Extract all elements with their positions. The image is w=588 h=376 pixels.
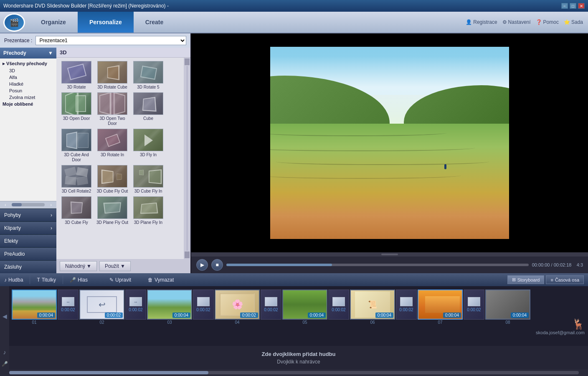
item-duration: 0:00:02 xyxy=(240,312,258,318)
transition-label: 3D Open Two Door xyxy=(96,116,129,126)
storyboard-item-8[interactable]: 0:00:04 08 xyxy=(485,290,530,343)
transition-item-3d-cell-rotate2[interactable]: 3D Cell Rotate2 xyxy=(60,165,93,194)
transitions-footer: Náhodný ▼ Použít ▼ xyxy=(56,259,190,273)
storyboard-item-1[interactable]: 0:00:04 01 xyxy=(12,290,57,343)
transition-item-3d-open-two-door[interactable]: 3D Open Two Door xyxy=(96,92,129,126)
register-button[interactable]: 👤 Registrace xyxy=(466,19,497,25)
tab-create[interactable]: Create xyxy=(134,12,175,33)
transition-item-3d-rotate-in[interactable]: 3D Rotate In xyxy=(96,129,129,163)
scrollbar-track[interactable] xyxy=(9,371,579,374)
storyboard-item-6[interactable]: 📜 0:00:04 06 xyxy=(350,290,395,343)
music-button[interactable]: ♪ Hudba xyxy=(4,277,23,283)
cat-item-zvolna[interactable]: Zvolna mizet xyxy=(0,94,56,101)
storyboard-item-3[interactable]: 0:00:04 03 xyxy=(147,290,192,343)
grid-icon: ⊞ xyxy=(512,277,516,282)
horizontal-scrollbar[interactable] xyxy=(0,369,588,376)
preview-video xyxy=(191,33,588,252)
transition-item-3d-rotate-cube[interactable]: 3D Rotate Cube xyxy=(96,61,129,90)
transition-item-3d-cube-fly-out[interactable]: 3D Cube Fly Out xyxy=(96,165,129,194)
top-navigation: 🎬 Organize Personalize Create 👤 Registra… xyxy=(0,12,588,33)
tab-personalize[interactable]: Personalize xyxy=(78,12,134,33)
app-logo: 🎬 xyxy=(3,13,25,32)
transitions-header[interactable]: Přechody ▼ xyxy=(0,48,56,58)
presentation-select[interactable]: Prezentace1 xyxy=(35,36,186,45)
maximize-button[interactable]: □ xyxy=(570,3,576,9)
storyboard-item-7[interactable]: 0:00:04 07 xyxy=(418,290,463,343)
settings-button[interactable]: ⚙ Nastavení xyxy=(502,19,531,25)
music-track-area: ♪ 🎤 Zde dvojklikem přidat hudbu Dvojklik… xyxy=(0,346,588,369)
collection-button[interactable]: ⭐ Sada xyxy=(564,19,583,25)
apply-button[interactable]: Použít ▼ xyxy=(99,261,131,271)
category-panel: Přechody ▼ ▸ Všechny přechody 3D Alfa Hl… xyxy=(0,48,56,273)
transition-item-3d-fly-in[interactable]: 3D Fly In xyxy=(132,129,165,163)
resize-handle[interactable] xyxy=(191,252,588,257)
time-display: 00:00:00 / 00:02:18 4:3 xyxy=(532,262,583,267)
voice-button[interactable]: 🎤 Hlas xyxy=(70,277,88,283)
preview-image xyxy=(248,47,532,239)
titles-button[interactable]: T Titulky xyxy=(37,277,56,283)
transitions-label: Přechody xyxy=(3,50,26,56)
cat-item-3d[interactable]: 3D xyxy=(0,67,56,74)
play-button[interactable]: ▶ xyxy=(196,259,208,271)
item-duration: 0:00:04 xyxy=(375,312,393,318)
transition-item-3d-rotate-5[interactable]: 3D Rotate 5 xyxy=(132,61,165,90)
close-button[interactable]: ✕ xyxy=(578,3,585,9)
storyboard-transition-4[interactable]: 0:00:02 xyxy=(261,290,281,320)
storyboard-transition-1[interactable]: ↔ 0:00:02 xyxy=(58,290,79,320)
apply-dropdown-icon: ▼ xyxy=(120,263,125,269)
storyboard-view-button[interactable]: ⊞ Storyboard xyxy=(507,275,545,284)
cat-item-favorites[interactable]: Moje oblíbené xyxy=(0,101,56,107)
kliparty-button[interactable]: Kliparty › xyxy=(0,221,56,234)
transitions-scrollbar[interactable] xyxy=(184,58,190,259)
transition-item-3d-open-door[interactable]: 3D Open Door xyxy=(60,92,93,126)
cat-item-all[interactable]: ▸ Všechny přechody xyxy=(0,60,56,67)
transition-label: 3D Cube Fly Out xyxy=(97,189,128,194)
transition-label: 3D Plane Fly Out xyxy=(96,220,128,225)
pohyby-button[interactable]: Pohyby › xyxy=(0,208,56,221)
item-duration: 0:00:04 xyxy=(443,312,461,318)
delete-button[interactable]: 🗑 Vymazat xyxy=(148,277,174,283)
timeline-area: ♪ Hudba T Titulky 🎤 Hlas ✎ Upravit 🗑 Vym… xyxy=(0,273,588,376)
cat-item-hladke[interactable]: Hladké xyxy=(0,81,56,87)
storyboard-item-4[interactable]: 🌸 0:00:02 04 xyxy=(215,290,260,343)
transition-item-3d-plane-fly-out[interactable]: 3D Plane Fly Out xyxy=(96,196,129,225)
transition-item-3d-cube-fly-in[interactable]: 3D Cube Fly In xyxy=(132,165,165,194)
random-button[interactable]: Náhodný ▼ xyxy=(60,261,97,271)
cat-next-button[interactable]: › xyxy=(46,201,56,208)
cat-prev-button[interactable]: ‹ xyxy=(0,201,11,208)
storyboard-transition-2[interactable]: ↔ 0:00:02 xyxy=(125,290,146,320)
music-icon: ♪ xyxy=(4,277,7,283)
storyboard-item-2[interactable]: ↩ 0:00:02 02 xyxy=(79,290,124,343)
storyboard-left-handle[interactable]: ◀ xyxy=(0,286,9,346)
transition-item-3d-rotate[interactable]: 3D Rotate xyxy=(60,61,93,90)
storyboard-transition-3[interactable]: 0:00:02 xyxy=(193,290,214,320)
storyboard-item-5[interactable]: 0:00:04 05 xyxy=(282,290,327,343)
cat-item-posun[interactable]: Posun xyxy=(0,87,56,94)
efekty-button[interactable]: Efekty xyxy=(0,234,56,247)
transition-item-3d-cube-fly[interactable]: 3D Cube Fly xyxy=(60,196,93,225)
minimize-button[interactable]: − xyxy=(561,3,568,9)
stop-button[interactable]: ■ xyxy=(211,259,223,271)
transition-item-cube[interactable]: Cube xyxy=(132,92,165,126)
side-menu: Přechody ▼ ▸ Všechny přechody 3D Alfa Hl… xyxy=(0,48,190,273)
preaudio-button[interactable]: PreAudio xyxy=(0,247,56,260)
category-tree: ▸ Všechny přechody 3D Alfa Hladké Posun … xyxy=(0,58,56,201)
item-number: 03 xyxy=(167,320,172,325)
transition-item-3d-cube-door[interactable]: 3D Cube And Door xyxy=(60,129,93,163)
tab-organize[interactable]: Organize xyxy=(29,12,78,33)
progress-bar[interactable] xyxy=(226,264,529,266)
kliparty-arrow-icon: › xyxy=(51,225,52,231)
item-duration: 0:00:04 xyxy=(172,312,190,318)
edit-button[interactable]: ✎ Upravit xyxy=(109,277,131,283)
music-track-content[interactable]: Zde dvojklikem přidat hudbu Dvojklik k n… xyxy=(9,346,588,369)
cat-item-alfa[interactable]: Alfa xyxy=(0,74,56,81)
storyboard-transition-5[interactable]: 0:00:02 xyxy=(328,290,349,320)
zasluhy-button[interactable]: Zásluhy xyxy=(0,260,56,273)
timeline-view-button[interactable]: ≡ Časová osa xyxy=(546,275,584,284)
item-duration: 0:00:04 xyxy=(308,312,326,318)
help-button[interactable]: ❓ Pomoc xyxy=(536,19,559,25)
storyboard-transition-7[interactable]: 0:00:02 xyxy=(464,290,484,320)
transition-item-3d-plane-fly-in[interactable]: 3D Plane Fly In xyxy=(132,196,165,225)
scrollbar-thumb[interactable] xyxy=(9,371,208,374)
storyboard-transition-6[interactable]: 0:00:02 xyxy=(396,290,417,320)
